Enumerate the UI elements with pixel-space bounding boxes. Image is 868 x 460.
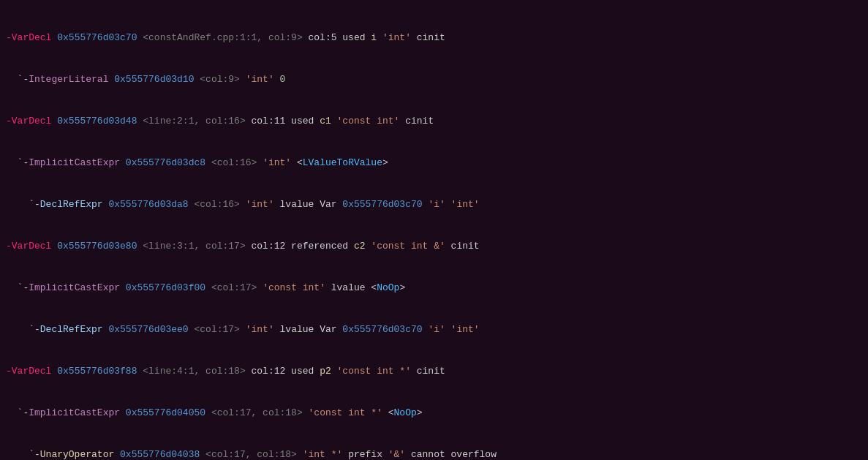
line-7: `-ImplicitCastExpr 0x555776d03f00 <col:1… bbox=[6, 281, 862, 295]
line-6: -VarDecl 0x555776d03e80 <line:3:1, col:1… bbox=[6, 239, 862, 253]
line-5: `-DeclRefExpr 0x555776d03da8 <col:16> 'i… bbox=[6, 197, 862, 211]
line-9: -VarDecl 0x555776d03f88 <line:4:1, col:1… bbox=[6, 364, 862, 378]
line-4: `-ImplicitCastExpr 0x555776d03dc8 <col:1… bbox=[6, 156, 862, 170]
code-display: -VarDecl 0x555776d03c70 <constAndRef.cpp… bbox=[0, 0, 868, 460]
line-3: -VarDecl 0x555776d03d48 <line:2:1, col:1… bbox=[6, 114, 862, 128]
line-2: `-IntegerLiteral 0x555776d03d10 <col:9> … bbox=[6, 72, 862, 86]
line-8: `-DeclRefExpr 0x555776d03ee0 <col:17> 'i… bbox=[6, 323, 862, 336]
line-11: `-UnaryOperator 0x555776d04038 <col:17, … bbox=[6, 448, 862, 460]
line-1: -VarDecl 0x555776d03c70 <constAndRef.cpp… bbox=[6, 31, 862, 45]
line-10: `-ImplicitCastExpr 0x555776d04050 <col:1… bbox=[6, 406, 862, 420]
